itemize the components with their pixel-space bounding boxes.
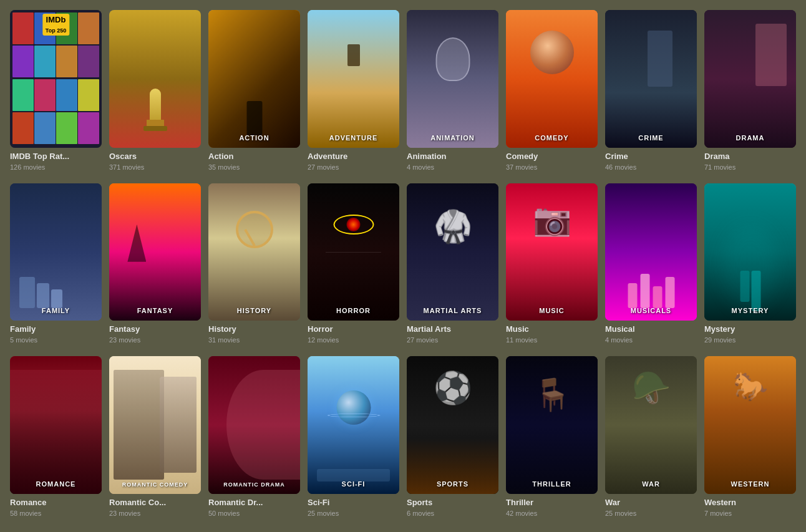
- card-scifi-genre: SCI-FI: [308, 480, 399, 488]
- card-mystery-title: Mystery: [704, 324, 796, 334]
- card-history-genre: HISTORY: [208, 307, 300, 314]
- card-oscars-title: Oscars: [109, 152, 201, 161]
- card-comedy-count: 37 movies: [506, 163, 598, 171]
- card-western[interactable]: 🐎 WESTERN Western 7 movies: [704, 356, 796, 517]
- card-comedy-title: Comedy: [506, 152, 598, 161]
- card-animation-count: 4 movies: [407, 163, 498, 171]
- card-romdrama[interactable]: ROMANTIC DRAMA Romantic Dr... 50 movies: [208, 356, 300, 517]
- card-sports-genre: SPORTS: [407, 480, 498, 488]
- card-imdb-title: IMDB Top Rat...: [10, 152, 102, 161]
- card-music-title: Music: [506, 324, 598, 334]
- card-romcom-title: Romantic Co...: [109, 498, 201, 507]
- card-thriller[interactable]: 🪑 THRILLER Thriller 42 movies: [506, 356, 598, 517]
- card-adventure-count: 27 movies: [308, 163, 399, 171]
- card-thriller-count: 42 movies: [506, 510, 598, 517]
- card-action-title: Action: [208, 152, 300, 161]
- card-musicals-count: 4 movies: [605, 336, 697, 344]
- card-sports-count: 6 movies: [407, 510, 498, 517]
- card-thriller-genre: THRILLER: [506, 480, 598, 488]
- card-imdb-count: 126 movies: [10, 163, 102, 171]
- category-grid: IMDbTop 250 IMDB Top Rat... 126 movies O…: [10, 10, 796, 517]
- card-family-genre: FAMILY: [10, 307, 102, 314]
- card-romcom-genre: ROMANTIC COMEDY: [109, 481, 201, 488]
- card-romance-count: 58 movies: [10, 510, 102, 517]
- card-western-genre: WESTERN: [704, 480, 796, 488]
- card-fantasy-genre: FANTASY: [109, 307, 201, 314]
- card-history-title: History: [208, 324, 300, 334]
- card-western-title: Western: [704, 498, 796, 507]
- card-drama-count: 71 movies: [704, 163, 796, 171]
- card-imdb[interactable]: IMDbTop 250 IMDB Top Rat... 126 movies: [10, 10, 102, 171]
- card-oscars-count: 371 movies: [109, 163, 201, 171]
- card-romdrama-genre: ROMANTIC DRAMA: [208, 481, 300, 488]
- card-fantasy[interactable]: FANTASY Fantasy 23 movies: [109, 183, 201, 344]
- card-crime-title: Crime: [605, 152, 697, 161]
- card-oscars[interactable]: Oscars 371 movies: [109, 10, 201, 171]
- card-horror-count: 12 movies: [308, 336, 399, 344]
- card-action-count: 35 movies: [208, 163, 300, 171]
- card-drama-genre: DRAMA: [704, 134, 796, 142]
- card-action-genre: ACTION: [208, 134, 300, 142]
- card-scifi-title: Sci-Fi: [308, 498, 399, 507]
- card-music-genre: MUSIC: [506, 307, 598, 314]
- card-adventure[interactable]: ADVENTURE Adventure 27 movies: [308, 10, 399, 171]
- card-thriller-title: Thriller: [506, 498, 598, 507]
- card-romdrama-title: Romantic Dr...: [208, 498, 300, 507]
- card-war-genre: WAR: [605, 480, 697, 488]
- card-horror-genre: HORROR: [308, 307, 399, 314]
- card-martialarts[interactable]: 🥋 MARTIAL ARTS Martial Arts 27 movies: [407, 183, 498, 344]
- card-musicals[interactable]: MUSICALS Musical 4 movies: [605, 183, 697, 344]
- card-drama-title: Drama: [704, 152, 796, 161]
- card-romance-genre: ROMANCE: [10, 480, 102, 488]
- card-martialarts-genre: MARTIAL ARTS: [407, 307, 498, 314]
- card-history-count: 31 movies: [208, 336, 300, 344]
- card-war-title: War: [605, 498, 697, 507]
- card-animation-title: Animation: [407, 152, 498, 161]
- card-western-count: 7 movies: [704, 510, 796, 517]
- card-romcom-count: 23 movies: [109, 510, 201, 517]
- card-family[interactable]: FAMILY Family 5 movies: [10, 183, 102, 344]
- imdb-badge: IMDbTop 250: [42, 14, 69, 36]
- card-fantasy-title: Fantasy: [109, 324, 201, 334]
- card-mystery-count: 29 movies: [704, 336, 796, 344]
- card-mystery-genre: MYSTERY: [704, 307, 796, 314]
- card-horror[interactable]: HORROR Horror 12 movies: [308, 183, 399, 344]
- card-comedy[interactable]: COMEDY Comedy 37 movies: [506, 10, 598, 171]
- card-adventure-title: Adventure: [308, 152, 399, 161]
- card-fantasy-count: 23 movies: [109, 336, 201, 344]
- card-mystery[interactable]: MYSTERY Mystery 29 movies: [704, 183, 796, 344]
- card-martialarts-title: Martial Arts: [407, 324, 498, 334]
- card-sports-title: Sports: [407, 498, 498, 507]
- card-adventure-genre: ADVENTURE: [308, 134, 399, 142]
- card-romcom[interactable]: ROMANTIC COMEDY Romantic Co... 23 movies: [109, 356, 201, 517]
- card-family-title: Family: [10, 324, 102, 334]
- card-sports[interactable]: ⚽ SPORTS Sports 6 movies: [407, 356, 498, 517]
- card-scifi[interactable]: SCI-FI Sci-Fi 25 movies: [308, 356, 399, 517]
- card-action[interactable]: ACTION Action 35 movies: [208, 10, 300, 171]
- card-animation[interactable]: ANIMATION Animation 4 movies: [407, 10, 498, 171]
- card-crime[interactable]: CRIME Crime 46 movies: [605, 10, 697, 171]
- card-music-count: 11 movies: [506, 336, 598, 344]
- card-comedy-genre: COMEDY: [506, 134, 598, 142]
- card-crime-genre: CRIME: [605, 134, 697, 142]
- card-musicals-title: Musical: [605, 324, 697, 334]
- card-scifi-count: 25 movies: [308, 510, 399, 517]
- card-romance-title: Romance: [10, 498, 102, 507]
- card-family-count: 5 movies: [10, 336, 102, 344]
- card-martialarts-count: 27 movies: [407, 336, 498, 344]
- card-drama[interactable]: DRAMA Drama 71 movies: [704, 10, 796, 171]
- card-history[interactable]: HISTORY History 31 movies: [208, 183, 300, 344]
- card-war[interactable]: 🪖 WAR War 25 movies: [605, 356, 697, 517]
- card-romance[interactable]: ROMANCE Romance 58 movies: [10, 356, 102, 517]
- card-crime-count: 46 movies: [605, 163, 697, 171]
- card-horror-title: Horror: [308, 324, 399, 334]
- card-war-count: 25 movies: [605, 510, 697, 517]
- card-music[interactable]: 📷 MUSIC Music 11 movies: [506, 183, 598, 344]
- card-romdrama-count: 50 movies: [208, 510, 300, 517]
- card-animation-genre: ANIMATION: [407, 134, 498, 142]
- card-musicals-genre: MUSICALS: [605, 307, 697, 314]
